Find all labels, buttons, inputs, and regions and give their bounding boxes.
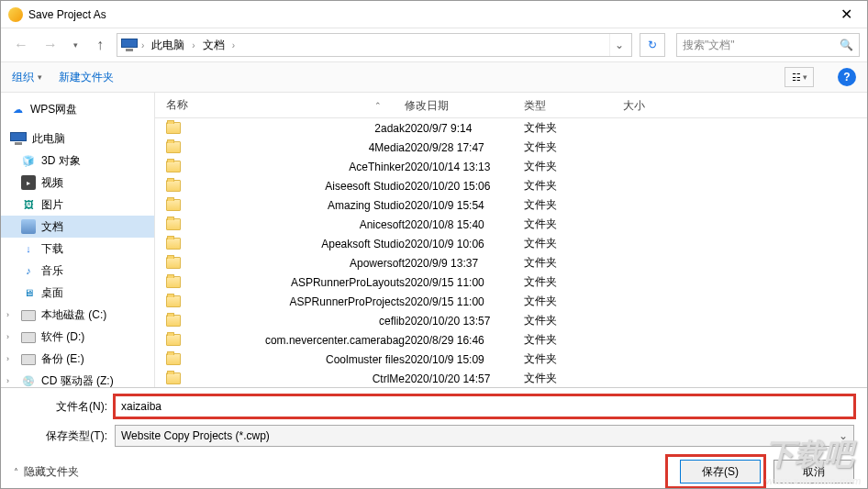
file-name: 4Media xyxy=(369,141,405,154)
file-date: 2020/9/28 17:47 xyxy=(405,141,524,154)
file-date: 2020/10/20 13:57 xyxy=(405,315,524,328)
file-date: 2020/8/29 16:46 xyxy=(405,334,524,347)
filename-input[interactable] xyxy=(115,395,854,417)
sidebar-item-music[interactable]: ♪音乐 xyxy=(1,260,154,282)
table-row[interactable]: Apeaksoft Studio2020/10/9 10:06文件夹 xyxy=(155,234,867,253)
folder-icon xyxy=(166,257,181,269)
folder-icon xyxy=(166,218,181,230)
table-row[interactable]: com.nevercenter.camerabag2020/8/29 16:46… xyxy=(155,330,867,350)
expand-icon[interactable]: › xyxy=(6,332,9,341)
file-type: 文件夹 xyxy=(524,159,623,174)
view-options-button[interactable]: ☷ ▾ xyxy=(785,67,814,87)
cancel-button[interactable]: 取消 xyxy=(773,460,854,483)
file-date: 2020/10/9 15:54 xyxy=(405,199,524,212)
file-name: Coolmuster files xyxy=(326,353,405,366)
expand-icon[interactable]: › xyxy=(6,376,9,385)
file-type: 文件夹 xyxy=(524,236,623,251)
file-date: 2020/10/20 15:06 xyxy=(405,180,524,193)
sort-caret-icon: ⌃ xyxy=(374,101,382,110)
file-name: Aiseesoft Studio xyxy=(325,180,405,193)
address-bar[interactable]: › 此电脑 › 文档 › ⌄ xyxy=(117,33,632,57)
file-type: 文件夹 xyxy=(524,313,623,328)
cloud-icon: ☁ xyxy=(10,102,25,117)
expand-icon[interactable]: › xyxy=(6,310,9,319)
new-folder-button[interactable]: 新建文件夹 xyxy=(59,70,114,85)
breadcrumb-current[interactable]: 文档 xyxy=(199,36,228,55)
sidebar-item-drive-d[interactable]: ›软件 (D:) xyxy=(1,326,154,348)
sidebar-item-3dobjects[interactable]: 🧊3D 对象 xyxy=(1,150,154,172)
sidebar-item-cdrom[interactable]: ›💿CD 驱动器 (Z:) xyxy=(1,370,154,387)
file-name: com.nevercenter.camerabag xyxy=(265,334,405,347)
sidebar-item-downloads[interactable]: ↓下载 xyxy=(1,238,154,260)
chevron-down-icon: ⌄ xyxy=(839,429,848,442)
column-size[interactable]: 大小 xyxy=(612,93,685,117)
refresh-button[interactable]: ↻ xyxy=(640,33,665,57)
folder-icon xyxy=(166,238,181,250)
app-icon xyxy=(8,7,23,22)
folder-icon xyxy=(166,141,181,153)
desktop-icon: 🖥 xyxy=(21,285,36,300)
table-row[interactable]: Amazing Studio2020/10/9 15:54文件夹 xyxy=(155,195,867,215)
file-name: Anicesoft xyxy=(360,218,405,231)
file-name: AceThinker xyxy=(349,161,405,173)
hide-folders-toggle[interactable]: ˄ 隐藏文件夹 xyxy=(14,464,79,480)
table-row[interactable]: Anicesoft2020/10/8 15:40文件夹 xyxy=(155,215,867,234)
up-button[interactable]: ↑ xyxy=(87,33,113,57)
folder-icon xyxy=(166,334,181,346)
sidebar-item-videos[interactable]: 视频 xyxy=(1,172,154,194)
sidebar-item-drive-c[interactable]: ›本地磁盘 (C:) xyxy=(1,304,154,326)
sidebar-item-drive-e[interactable]: ›备份 (E:) xyxy=(1,348,154,370)
table-row[interactable]: ASPRunnerProLayouts2020/9/15 11:00文件夹 xyxy=(155,272,867,292)
file-type: 文件夹 xyxy=(524,332,623,348)
chevron-right-icon: › xyxy=(232,40,235,50)
column-date[interactable]: 修改日期 xyxy=(394,93,513,117)
help-icon[interactable]: ? xyxy=(838,68,856,86)
file-type: 文件夹 xyxy=(524,120,623,136)
expand-icon[interactable]: › xyxy=(6,354,9,363)
table-row[interactable]: Aiseesoft Studio2020/10/20 15:06文件夹 xyxy=(155,176,867,195)
back-button[interactable]: ← xyxy=(8,33,34,57)
sidebar-item-documents[interactable]: 文档 xyxy=(1,216,154,238)
pc-icon xyxy=(121,39,138,51)
save-button[interactable]: 保存(S) xyxy=(680,460,761,483)
forward-button[interactable]: → xyxy=(38,33,63,57)
file-date: 2020/10/9 10:06 xyxy=(405,238,524,250)
chevron-right-icon: › xyxy=(192,40,195,50)
table-row[interactable]: 4Media2020/9/28 17:47文件夹 xyxy=(155,138,867,157)
table-row[interactable]: ceflib2020/10/20 13:57文件夹 xyxy=(155,311,867,330)
filename-label: 文件名(N): xyxy=(14,399,115,415)
file-date: 2020/10/14 13:13 xyxy=(405,161,524,173)
table-row[interactable]: ASPRunnerProProjects2020/9/15 11:00文件夹 xyxy=(155,292,867,311)
breadcrumb-root[interactable]: 此电脑 xyxy=(148,36,188,55)
filetype-select[interactable]: Website Copy Projects (*.cwp) ⌄ xyxy=(115,425,854,447)
search-input[interactable]: 搜索"文档" 🔍 xyxy=(676,33,860,57)
column-name[interactable]: 名称⌃ xyxy=(155,93,394,117)
table-row[interactable]: Apowersoft2020/9/9 13:37文件夹 xyxy=(155,253,867,272)
cube-icon: 🧊 xyxy=(21,153,36,168)
sidebar-item-pictures[interactable]: 🖼图片 xyxy=(1,194,154,216)
file-name: 2adak xyxy=(374,122,405,135)
file-name: Apeaksoft Studio xyxy=(321,238,405,250)
folder-icon xyxy=(166,295,181,307)
table-row[interactable]: CtrlMe2020/10/20 14:57文件夹 xyxy=(155,369,867,387)
search-placeholder: 搜索"文档" xyxy=(683,38,735,53)
close-icon[interactable]: ✕ xyxy=(825,1,867,28)
folder-icon xyxy=(166,372,181,384)
column-type[interactable]: 类型 xyxy=(513,93,612,117)
sidebar-item-thispc[interactable]: 此电脑 xyxy=(1,128,154,150)
sidebar-item-wps[interactable]: ☁WPS网盘 xyxy=(1,98,154,120)
file-name: CtrlMe xyxy=(373,372,405,385)
file-type: 文件夹 xyxy=(524,351,623,367)
sidebar-item-desktop[interactable]: 🖥桌面 xyxy=(1,282,154,304)
table-row[interactable]: 2adak2020/9/7 9:14文件夹 xyxy=(155,118,867,138)
table-row[interactable]: Coolmuster files2020/10/9 15:09文件夹 xyxy=(155,350,867,369)
table-row[interactable]: AceThinker2020/10/14 13:13文件夹 xyxy=(155,157,867,176)
address-dropdown-icon[interactable]: ⌄ xyxy=(609,34,628,56)
download-icon: ↓ xyxy=(21,241,36,256)
history-dropdown[interactable]: ▾ xyxy=(67,33,83,57)
file-type: 文件夹 xyxy=(524,197,623,213)
organize-menu[interactable]: 组织 ▾ xyxy=(12,70,42,85)
folder-icon xyxy=(166,122,181,134)
file-name: ASPRunnerProLayouts xyxy=(291,276,405,289)
column-headers: 名称⌃ 修改日期 类型 大小 xyxy=(155,93,867,118)
